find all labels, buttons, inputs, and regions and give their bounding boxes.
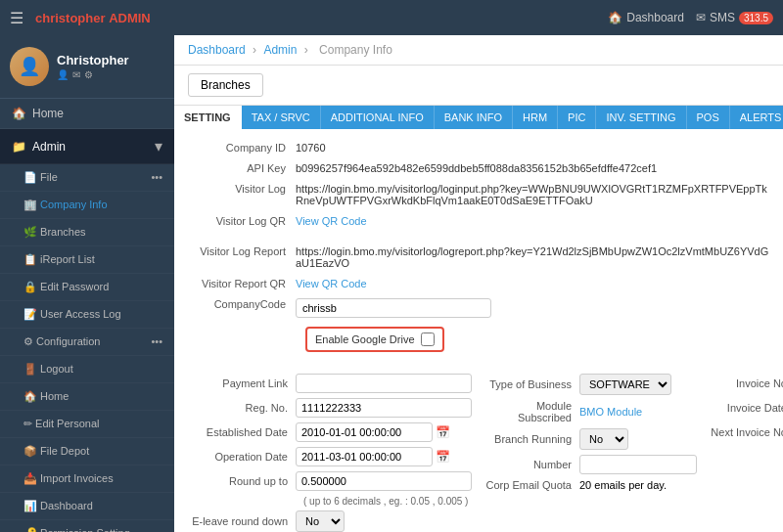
sidebar-item-permission-setting[interactable]: 🔑 Permission Setting •••	[0, 520, 174, 532]
user-icon[interactable]: 👤	[57, 69, 69, 80]
operation-date-calendar-icon[interactable]: 📅	[436, 450, 450, 464]
topbar-right: 🏠 Dashboard ✉ SMS 313.5	[608, 11, 773, 24]
brand-first: christopher	[35, 11, 106, 25]
form-content: Company ID 10760 API Key b0996257f964ea5…	[174, 129, 783, 532]
sidebar-item-configuration[interactable]: ⚙ Configuration •••	[0, 329, 174, 356]
sidebar-user-info: Christopher 👤 ✉ ⚙	[57, 53, 129, 80]
tab-bank-info[interactable]: BANK INFO	[435, 106, 513, 129]
visitor-log-value: https://login.bmo.my/visitorlog/loginput…	[296, 180, 769, 206]
tab-inv-setting[interactable]: INV. SETTING	[596, 106, 686, 129]
sidebar-item-home[interactable]: 🏠 Home	[0, 99, 174, 129]
sidebar-item-company-info[interactable]: 🏢 Company Info	[0, 192, 174, 219]
sidebar-username: Christopher	[57, 53, 129, 67]
config-icon: ⚙	[23, 335, 33, 347]
breadcrumb-admin[interactable]: Admin	[263, 43, 297, 57]
type-business-select[interactable]: SOFTWARE	[579, 374, 671, 395]
reg-no-input[interactable]	[296, 398, 472, 418]
config-dots-icon: •••	[151, 335, 162, 347]
breadcrumb-company-info: Company Info	[319, 43, 392, 57]
tab-pic[interactable]: PIC	[558, 106, 596, 129]
depot-icon: 📦	[23, 445, 37, 457]
tab-tax-srvc[interactable]: TAX / SRVC	[242, 106, 321, 129]
sidebar-item-admin[interactable]: 📁 Admin ▾	[0, 129, 174, 164]
sidebar-item-user-access-log[interactable]: 📝 User Access Log	[0, 301, 174, 329]
corp-email-value: 20 emails per day.	[579, 479, 697, 491]
google-drive-checkbox[interactable]	[421, 332, 435, 346]
sidebar-profile: 👤 Christopher 👤 ✉ ⚙	[0, 35, 174, 99]
col-right: Invoice No Invoice Date Next	[707, 374, 783, 532]
round-up-row: Round up to	[188, 471, 472, 491]
tab-alerts[interactable]: ALERTS	[730, 106, 783, 129]
sidebar-item-file-depot[interactable]: 📦 File Depot	[0, 438, 174, 466]
round-up-input[interactable]	[296, 471, 472, 491]
hamburger-icon[interactable]: ☰	[10, 9, 23, 27]
tab-additional-info[interactable]: ADDITIONAL INFO	[321, 106, 435, 129]
company-code-input[interactable]	[296, 298, 491, 318]
module-subscribed-row: Module Subscribed BMO Module	[482, 400, 697, 423]
sidebar-item-dashboard[interactable]: 📊 Dashboard	[0, 493, 174, 520]
col-left: Payment Link Reg. No. Establ	[188, 374, 472, 532]
dashboard-icon: 📊	[23, 500, 37, 511]
permission-dots-icon: •••	[151, 527, 162, 532]
company-id-row: Company ID 10760	[188, 139, 769, 154]
expand-icon: ▾	[155, 137, 162, 155]
sms-nav[interactable]: ✉ SMS 313.5	[696, 11, 773, 24]
sidebar-item-home2[interactable]: 🏠 Home	[0, 383, 174, 411]
folder-icon: 📁	[12, 140, 26, 154]
reg-no-label: Reg. No.	[188, 402, 296, 414]
invoice-no-label: Invoice No	[707, 377, 783, 389]
sidebar-item-branches[interactable]: 🌿 Branches	[0, 219, 174, 246]
api-key-row: API Key b0996257f964ea592b482e6599ddbeb5…	[188, 159, 769, 174]
tabs-bar: SETTING TAX / SRVC ADDITIONAL INFO BANK …	[174, 106, 783, 129]
branch-running-label: Branch Running	[482, 433, 579, 445]
number-input[interactable]	[579, 455, 697, 474]
established-date-input[interactable]	[296, 422, 433, 442]
corp-email-row: Corp Email Quota 20 emails per day.	[482, 479, 697, 491]
sidebar-item-file[interactable]: 📄 File •••	[0, 164, 174, 192]
sidebar-item-label: Home	[32, 107, 64, 120]
number-row: Number	[482, 455, 697, 474]
tab-setting[interactable]: SETTING	[174, 106, 242, 129]
home-icon: 🏠	[12, 107, 26, 120]
company-code-value	[296, 295, 769, 318]
visitor-report-qr-link[interactable]: View QR Code	[296, 278, 367, 289]
brand-second: ADMIN	[109, 11, 151, 25]
established-date-label: Established Date	[188, 426, 296, 438]
sidebar-item-logout[interactable]: 🚪 Logout	[0, 356, 174, 383]
dashboard-nav[interactable]: 🏠 Dashboard	[608, 11, 684, 24]
round-up-hint: ( up to 6 decimals , eg. : 0.05 , 0.005 …	[303, 496, 472, 507]
sidebar-item-label: Admin	[32, 140, 66, 154]
breadcrumb-dashboard[interactable]: Dashboard	[188, 43, 246, 57]
tab-hrm[interactable]: HRM	[513, 106, 558, 129]
sidebar-item-edit-personal[interactable]: ✏ Edit Personal	[0, 411, 174, 438]
mail-icon[interactable]: ✉	[72, 69, 80, 80]
established-date-calendar-icon[interactable]: 📅	[436, 425, 450, 439]
branch-running-select[interactable]: No Yes	[579, 428, 628, 450]
reg-no-row: Reg. No.	[188, 398, 472, 418]
toolbar: Branches	[174, 66, 783, 106]
payment-link-label: Payment Link	[188, 377, 296, 389]
company-id-value: 10760	[296, 139, 769, 154]
file-icon: 📄	[23, 171, 37, 183]
module-subscribed-link[interactable]: BMO Module	[579, 406, 642, 418]
google-drive-label: Enable Google Drive	[315, 333, 415, 345]
e-leave-row: E-leave round down No Yes	[188, 510, 472, 532]
visitor-log-qr-link[interactable]: View QR Code	[296, 215, 367, 227]
branches-button[interactable]: Branches	[188, 73, 263, 97]
logout-icon: 🚪	[23, 363, 37, 375]
sidebar-item-edit-password[interactable]: 🔒 Edit Password	[0, 274, 174, 301]
operation-date-row: Operation Date 📅	[188, 447, 472, 466]
avatar: 👤	[10, 47, 49, 86]
e-leave-select[interactable]: No Yes	[296, 510, 345, 532]
brand: christopher ADMIN	[35, 11, 151, 25]
operation-date-input[interactable]	[296, 447, 433, 466]
visitor-log-qr-label: Visitor Log QR	[188, 212, 296, 227]
tab-pos[interactable]: POS	[687, 106, 730, 129]
sidebar-item-ireport-list[interactable]: 📋 iReport List	[0, 246, 174, 274]
established-date-row: Established Date 📅	[188, 422, 472, 442]
payment-link-input[interactable]	[296, 374, 472, 393]
e-leave-label: E-leave round down	[188, 515, 296, 527]
sidebar-item-import-invoices[interactable]: 📥 Import Invoices	[0, 466, 174, 493]
gear-icon[interactable]: ⚙	[84, 69, 93, 80]
type-business-row: Type of Business SOFTWARE	[482, 374, 697, 395]
